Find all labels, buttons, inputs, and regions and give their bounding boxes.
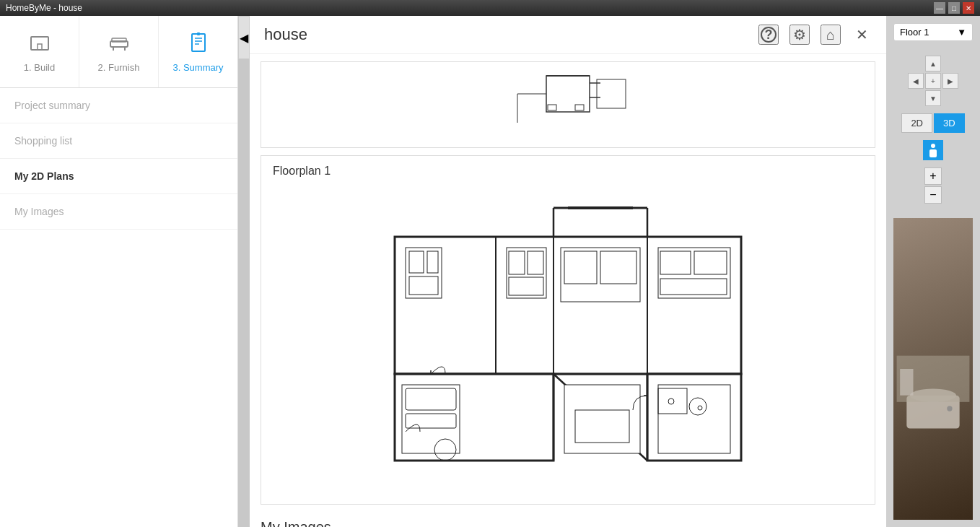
dialog-title: house	[264, 25, 307, 44]
top-icons: ? ⚙ ⌂ ✕	[758, 25, 872, 45]
sidebar: 1. Build 2. Furnish	[0, 16, 238, 527]
svg-rect-13	[597, 79, 626, 108]
help-button[interactable]: ?	[758, 25, 779, 45]
view-3d-button[interactable]: 3D	[934, 113, 965, 133]
tab-build[interactable]: 1. Build	[0, 16, 79, 87]
svg-rect-1	[38, 44, 42, 50]
zoom-out-button[interactable]: −	[924, 186, 942, 204]
svg-rect-16	[548, 105, 556, 110]
svg-point-62	[931, 144, 935, 148]
svg-rect-39	[507, 248, 546, 298]
summary-icon	[187, 31, 210, 58]
floorplan-header: Floorplan 1	[261, 156, 875, 186]
app-title: HomeByMe - house	[6, 3, 82, 13]
zoom-controls: + −	[924, 167, 942, 204]
tab-summary[interactable]: 3. Summary	[159, 16, 237, 87]
floorplan-content	[261, 186, 875, 504]
navigation-cross: ▲ ▼ ◀ ▶ +	[908, 56, 958, 106]
tab-furnish[interactable]: 2. Furnish	[79, 16, 159, 87]
tab-bar: 1. Build 2. Furnish	[0, 16, 237, 88]
nav-left-button[interactable]: ◀	[908, 73, 924, 89]
svg-rect-11	[546, 76, 590, 112]
view-toggle: 2D 3D	[901, 113, 964, 133]
top-partial-floorplan	[261, 61, 875, 148]
build-icon	[28, 31, 51, 58]
nav-center-button[interactable]: +	[925, 73, 941, 89]
dialog-panel: house ? ⚙ ⌂ ✕	[250, 16, 886, 527]
right-panel: Floor 1 ▼ ▲ ▼ ◀ ▶ +	[886, 16, 980, 527]
svg-rect-54	[658, 385, 730, 453]
svg-rect-59	[564, 385, 640, 453]
tab-summary-label: 3. Summary	[172, 62, 223, 73]
my-images-title: My Images	[261, 512, 875, 527]
nav-down-button[interactable]: ▼	[925, 90, 941, 106]
window-controls: — □ ✕	[934, 2, 974, 14]
svg-rect-10	[197, 32, 200, 35]
nav-up-button[interactable]: ▲	[925, 56, 941, 71]
tab-build-label: 1. Build	[24, 62, 55, 73]
3d-render-preview	[893, 218, 973, 520]
svg-rect-3	[112, 38, 126, 42]
dialog-close-button[interactable]: ✕	[852, 25, 872, 45]
svg-rect-0	[31, 37, 48, 50]
svg-rect-68	[900, 369, 913, 396]
my-images-section: My Images	[261, 512, 875, 527]
collapse-handle[interactable]: ◀	[238, 16, 250, 59]
svg-point-67	[947, 406, 952, 411]
title-bar: HomeByMe - house — □ ✕	[0, 0, 980, 16]
maximize-button[interactable]: □	[948, 2, 960, 14]
svg-rect-63	[929, 149, 937, 157]
svg-rect-17	[575, 105, 584, 110]
nav-right-button[interactable]: ▶	[942, 73, 958, 89]
home-button[interactable]: ⌂	[821, 25, 841, 45]
floor-selector[interactable]: Floor 1 ▼	[893, 23, 973, 41]
person-view-button[interactable]	[923, 140, 943, 160]
sidebar-item-my-images[interactable]: My Images	[0, 194, 237, 230]
furnish-icon	[108, 31, 131, 58]
svg-rect-50	[402, 385, 460, 453]
sidebar-menu: Project summary Shopping list My 2D Plan…	[0, 88, 237, 230]
dialog-header: house ? ⚙ ⌂ ✕	[250, 16, 886, 54]
sidebar-item-my-2d-plans[interactable]: My 2D Plans	[0, 159, 237, 194]
floorplan-section: Floorplan 1	[261, 155, 875, 505]
sidebar-item-project-summary[interactable]: Project summary	[0, 88, 237, 123]
svg-rect-6	[192, 34, 205, 51]
view-2d-button[interactable]: 2D	[901, 113, 932, 133]
zoom-in-button[interactable]: +	[924, 167, 942, 185]
minimize-button[interactable]: —	[934, 2, 945, 14]
tab-furnish-label: 2. Furnish	[98, 62, 140, 73]
close-window-button[interactable]: ✕	[963, 2, 974, 14]
settings-button[interactable]: ⚙	[789, 25, 810, 45]
sidebar-item-shopping-list[interactable]: Shopping list	[0, 123, 237, 159]
dialog-body[interactable]: Floorplan 1	[250, 54, 886, 527]
